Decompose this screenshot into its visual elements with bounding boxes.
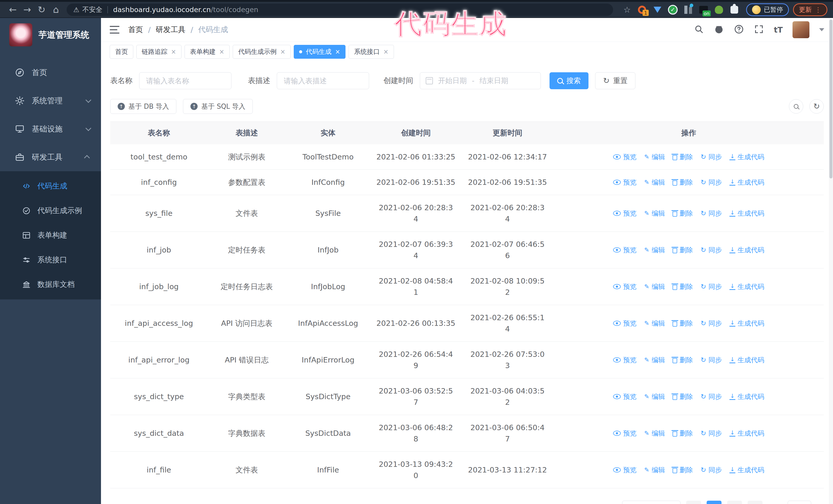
table-name-input[interactable] [139,72,232,89]
browser-home-icon[interactable]: ⌂ [49,5,63,14]
edit-link[interactable]: ✎编辑 [644,354,665,365]
tab-codegen[interactable]: 代码生成 × [294,45,346,59]
edit-link[interactable]: ✎编辑 [644,391,665,402]
search-button[interactable]: 搜索 [549,72,589,89]
reset-button[interactable]: ↻ 重置 [595,72,635,89]
delete-link[interactable]: 删除 [672,464,693,476]
sync-link[interactable]: ↻同步 [700,391,722,402]
prev-page-button[interactable]: ‹ [686,501,701,504]
sidebar-item-dev-tools[interactable]: 研发工具 [0,143,101,171]
generate-code-link[interactable]: ↓生成代码 [730,281,764,292]
sidebar-subitem-system-api[interactable]: 系统接口 [0,248,101,272]
preview-link[interactable]: 预览 [613,318,636,329]
sync-link[interactable]: ↻同步 [700,464,722,476]
toggle-search-button[interactable] [789,99,803,114]
generate-code-link[interactable]: ↓生成代码 [730,151,764,163]
edit-link[interactable]: ✎编辑 [644,151,665,163]
delete-link[interactable]: 删除 [672,151,693,163]
preview-link[interactable]: 预览 [613,208,636,219]
generate-code-link[interactable]: ↓生成代码 [730,208,764,219]
sidebar-item-infra[interactable]: 基础设施 [0,115,101,143]
profile-paused-pill[interactable]: 已暂停 [746,3,789,16]
preview-link[interactable]: 预览 [613,177,636,188]
delete-link[interactable]: 删除 [672,318,693,329]
sync-link[interactable]: ↻同步 [700,208,722,219]
sidebar-subitem-codegen-example[interactable]: 代码生成示例 [0,198,101,223]
edit-link[interactable]: ✎编辑 [644,464,665,476]
browser-reload-icon[interactable]: ↻ [34,5,49,14]
browser-menu-dots-icon[interactable]: ⋮ [815,6,822,14]
table-desc-input[interactable] [277,72,369,89]
preview-link[interactable]: 预览 [613,281,636,292]
sync-link[interactable]: ↻同步 [700,244,722,256]
close-icon[interactable]: × [219,49,224,55]
header-search-icon[interactable] [694,24,704,35]
github-icon[interactable] [714,24,724,35]
extension-pet-icon[interactable] [714,5,724,15]
import-db-button[interactable]: 基于 DB 导入 [110,99,176,114]
extension-shield-icon[interactable]: ✓ [668,5,678,15]
extensions-puzzle-icon[interactable] [729,5,739,15]
sync-link[interactable]: ↻同步 [700,151,722,163]
scrollbar-track[interactable] [829,19,833,504]
generate-code-link[interactable]: ↓生成代码 [730,391,764,402]
edit-link[interactable]: ✎编辑 [644,318,665,329]
generate-code-link[interactable]: ↓生成代码 [730,428,764,439]
sidebar-subitem-codegen[interactable]: 代码生成 [0,174,101,198]
sync-link[interactable]: ↻同步 [700,318,722,329]
address-bar[interactable]: ⚠ 不安全 dashboard.yudao.iocoder.cn /tool/c… [67,4,613,16]
preview-link[interactable]: 预览 [613,354,636,365]
help-icon[interactable] [734,24,744,35]
refresh-table-button[interactable]: ↻ [809,99,824,114]
close-icon[interactable]: × [335,49,340,55]
generate-code-link[interactable]: ↓生成代码 [730,244,764,256]
extension-bars-icon[interactable] [683,5,693,15]
generate-code-link[interactable]: ↓生成代码 [730,464,764,476]
edit-link[interactable]: ✎编辑 [644,281,665,292]
page-size-select[interactable]: 10条/页 [622,501,681,504]
delete-link[interactable]: 删除 [672,208,693,219]
edit-link[interactable]: ✎编辑 [644,208,665,219]
delete-link[interactable]: 删除 [672,281,693,292]
user-avatar[interactable] [792,21,809,38]
extension-dark-icon[interactable]: on [698,5,709,15]
breadcrumb-group[interactable]: 研发工具 [156,25,186,35]
tab-home[interactable]: 首页 [110,45,133,59]
delete-link[interactable]: 删除 [672,354,693,365]
import-sql-button[interactable]: 基于 SQL 导入 [183,99,253,114]
page-button-1[interactable]: 1 [707,501,721,504]
delete-link[interactable]: 删除 [672,391,693,402]
extension-gem-icon[interactable] [652,5,663,15]
sidebar-item-home[interactable]: 首页 [0,58,101,87]
browser-update-pill[interactable]: 更新 ⋮ [793,3,827,16]
edit-link[interactable]: ✎编辑 [644,244,665,256]
sidebar-logo-row[interactable]: 芋道管理系统 [0,18,101,52]
close-icon[interactable]: × [280,49,285,55]
edit-link[interactable]: ✎编辑 [644,177,665,188]
generate-code-link[interactable]: ↓生成代码 [730,354,764,365]
sidebar-subitem-db-doc[interactable]: 数据库文档 [0,272,101,297]
delete-link[interactable]: 删除 [672,177,693,188]
scrollbar-thumb[interactable] [829,20,832,178]
bookmark-star-icon[interactable]: ☆ [623,5,631,15]
sidebar-collapse-icon[interactable] [110,26,119,33]
close-icon[interactable]: × [171,49,176,55]
sync-link[interactable]: ↻同步 [700,428,722,439]
sync-link[interactable]: ↻同步 [700,354,722,365]
preview-link[interactable]: 预览 [613,391,636,402]
preview-link[interactable]: 预览 [613,244,636,256]
sync-link[interactable]: ↻同步 [700,177,722,188]
delete-link[interactable]: 删除 [672,428,693,439]
preview-link[interactable]: 预览 [613,428,636,439]
tab-tracing[interactable]: 链路追踪 × [136,45,182,59]
user-menu-caret-icon[interactable] [819,28,824,31]
generate-code-link[interactable]: ↓生成代码 [730,177,764,188]
sync-link[interactable]: ↻同步 [700,281,722,292]
font-size-icon[interactable]: tT [774,25,783,34]
sidebar-item-system[interactable]: 系统管理 [0,87,101,115]
preview-link[interactable]: 预览 [613,151,636,163]
page-button-2[interactable]: 2 [727,501,742,504]
edit-link[interactable]: ✎编辑 [644,428,665,439]
delete-link[interactable]: 删除 [672,244,693,256]
generate-code-link[interactable]: ↓生成代码 [730,318,764,329]
